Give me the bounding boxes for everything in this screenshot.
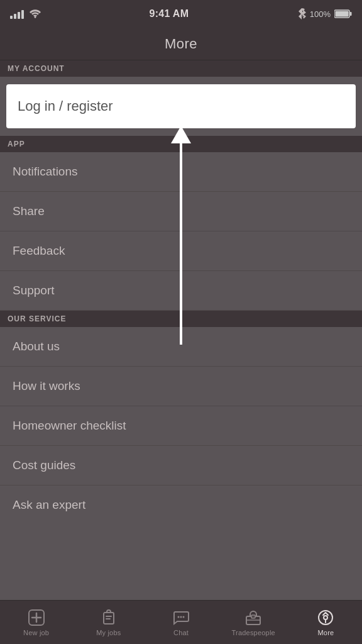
status-time: 9:41 AM: [149, 8, 189, 19]
tab-more[interactable]: More: [290, 601, 362, 644]
tab-tradespeople[interactable]: Tradespeople: [217, 601, 290, 644]
login-register-button[interactable]: Log in / register: [6, 84, 356, 128]
tab-tradespeople-label: Tradespeople: [232, 629, 275, 636]
content-area: MY ACCOUNT Log in / register APP Notific…: [0, 60, 362, 600]
tab-new-job-label: New job: [23, 629, 49, 636]
menu-item-about-us[interactable]: About us: [0, 327, 362, 367]
tradespeople-icon: [244, 609, 262, 626]
tab-new-job[interactable]: New job: [0, 601, 72, 644]
tab-my-jobs[interactable]: My jobs: [72, 601, 145, 644]
bluetooth-icon: [297, 8, 306, 19]
menu-item-feedback[interactable]: Feedback: [0, 231, 362, 271]
signal-area: [10, 9, 41, 19]
tab-more-label: More: [317, 629, 334, 636]
tab-my-jobs-label: My jobs: [96, 629, 121, 636]
tab-chat-label: Chat: [173, 629, 189, 636]
menu-item-ask-expert[interactable]: Ask an expert: [0, 486, 362, 525]
chat-icon: [172, 609, 190, 626]
menu-item-cost-guides[interactable]: Cost guides: [0, 446, 362, 486]
status-bar: 9:41 AM 100%: [0, 0, 362, 28]
signal-strength: [10, 9, 24, 19]
battery-icon: [334, 9, 352, 18]
app-section-label: APP: [0, 136, 362, 152]
signal-bar-2: [14, 14, 16, 19]
our-service-section-label: OUR SERVICE: [0, 311, 362, 327]
more-icon: [317, 609, 334, 626]
battery-percent: 100%: [310, 9, 331, 19]
menu-item-how-it-works[interactable]: How it works: [0, 367, 362, 406]
menu-item-share[interactable]: Share: [0, 192, 362, 231]
svg-rect-1: [349, 12, 351, 16]
jobs-icon: [100, 609, 118, 626]
tab-bar: New job My jobs Chat: [0, 600, 362, 644]
plus-icon: [28, 609, 45, 626]
battery-area: 100%: [297, 8, 352, 19]
login-register-text: Log in / register: [18, 98, 113, 114]
my-account-section-label: MY ACCOUNT: [0, 60, 362, 77]
menu-item-notifications[interactable]: Notifications: [0, 152, 362, 192]
svg-point-10: [183, 616, 185, 618]
signal-bar-4: [21, 10, 24, 19]
svg-point-8: [178, 616, 180, 618]
svg-rect-12: [251, 615, 255, 618]
page-title: More: [165, 36, 197, 52]
svg-rect-2: [335, 11, 348, 17]
signal-bar-1: [10, 16, 13, 19]
wifi-icon: [30, 9, 41, 18]
top-nav-bar: More: [0, 28, 362, 60]
menu-item-homeowner-checklist[interactable]: Homeowner checklist: [0, 406, 362, 446]
tab-chat[interactable]: Chat: [145, 601, 217, 644]
menu-item-support[interactable]: Support: [0, 271, 362, 311]
svg-point-9: [180, 616, 182, 618]
signal-bar-3: [18, 12, 20, 19]
